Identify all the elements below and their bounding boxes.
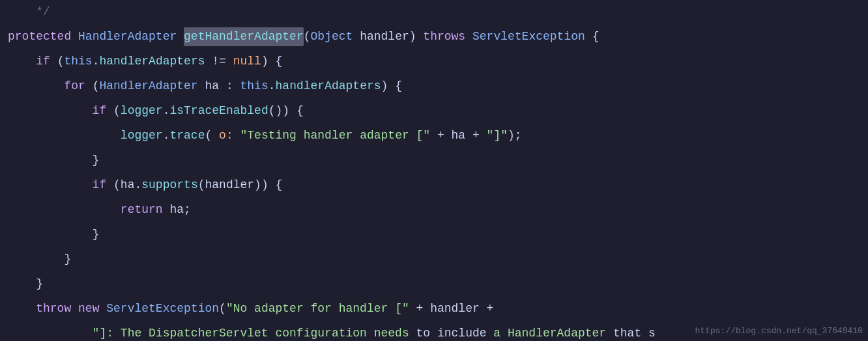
text-include: include — [437, 324, 493, 341]
close-brace-1: } — [8, 151, 99, 170]
string-dispatcher: "]: The DispatcherServlet configuration … — [8, 324, 416, 341]
code-line-5: if (logger.isTraceEnabled()) { — [0, 102, 868, 126]
keyword-this: this — [64, 52, 92, 71]
close-brace-3: } — [8, 250, 71, 269]
code-line-4: for (HandlerAdapter ha : this.handlerAda… — [0, 77, 868, 102]
punct: ) { — [381, 77, 402, 96]
code-line-10: } — [0, 225, 868, 250]
var-logger: logger — [121, 102, 163, 120]
punct: ()) { — [268, 102, 304, 120]
keyword-if-2: if — [8, 102, 113, 120]
punct-space — [233, 126, 240, 145]
punct: ( — [113, 102, 121, 120]
punct: ( — [57, 52, 65, 71]
var-logger-2: logger — [8, 126, 163, 145]
keyword-if: if — [8, 52, 57, 71]
method-trace: trace — [169, 126, 205, 145]
operator-neq: != — [205, 52, 233, 71]
method-istrace: isTraceEnabled — [169, 102, 268, 120]
punct: ( — [304, 27, 311, 46]
arg-label: o: — [219, 126, 233, 145]
text-to: to — [416, 324, 437, 341]
keyword-throws: throws — [423, 27, 472, 46]
type-handleradapter: HandlerAdapter — [78, 27, 184, 46]
keyword-for: for — [8, 77, 93, 96]
code-line-8: if (ha.supports(handler)) { — [0, 176, 868, 200]
code-text: */ — [8, 3, 50, 21]
keyword-null: null — [233, 52, 261, 71]
text-that: that s — [613, 324, 656, 341]
punct-dot: . — [163, 126, 170, 145]
code-line-3: if (this.handlerAdapters != null) { — [0, 52, 868, 77]
punct-dot: . — [134, 176, 141, 195]
code-line-2: protected HandlerAdapter getHandlerAdapt… — [0, 27, 868, 52]
keyword-new: new — [78, 299, 106, 318]
type-servletexception: ServletException — [472, 27, 592, 46]
punct-colon: : — [226, 77, 240, 96]
type-object: Object — [311, 27, 353, 46]
string-testing: "Testing handler adapter [" — [240, 126, 431, 145]
code-line-12: } — [0, 275, 868, 299]
var-ha-return: ha — [169, 200, 184, 219]
punct: ( — [219, 299, 226, 318]
punct: ( — [205, 126, 219, 145]
close-brace-2: } — [8, 225, 99, 244]
method-supports: supports — [141, 176, 197, 195]
keyword-throw: throw — [8, 299, 78, 318]
punct-semi: ); — [508, 126, 522, 145]
punct: ) { — [261, 52, 282, 71]
concat-2: + handler + — [409, 299, 494, 318]
punct: ( — [113, 176, 121, 195]
string-a-handler: a HandlerAdapter — [493, 324, 613, 341]
keyword-return: return — [8, 200, 169, 219]
punct: ( — [93, 77, 100, 96]
var-ha: ha — [198, 77, 226, 96]
keyword-this-2: this — [240, 77, 268, 96]
var-ha-2: ha — [121, 176, 135, 195]
watermark: https://blog.csdn.net/qq_37649410 — [695, 325, 863, 338]
type-servletexception-2: ServletException — [106, 299, 219, 318]
string-no-adapter: "No adapter for handler [" — [226, 299, 409, 318]
code-line-6: logger.trace( o: "Testing handler adapte… — [0, 126, 868, 151]
code-line-9: return ha; — [0, 200, 868, 225]
punct-brace: { — [592, 27, 600, 46]
punct: (handler)) { — [198, 176, 283, 195]
punct-dot: . — [163, 102, 170, 120]
field-handleradapters: handlerAdapters — [99, 52, 205, 71]
field-handleradapters-2: handlerAdapters — [276, 77, 381, 96]
code-container: */ protected HandlerAdapter getHandlerAd… — [0, 0, 868, 341]
string-bracket: "]" — [487, 126, 508, 145]
method-gethandleradapter: getHandlerAdapter — [184, 30, 304, 43]
code-line-1: */ — [0, 3, 868, 27]
punct-dot: . — [268, 77, 276, 96]
punct-semi: ; — [184, 200, 191, 219]
close-brace-4: } — [8, 275, 43, 293]
keyword-if-3: if — [8, 176, 113, 195]
type-handleradapter-for: HandlerAdapter — [99, 77, 197, 96]
code-line-7: } — [0, 151, 868, 176]
code-line-11: } — [0, 250, 868, 275]
punct: . — [93, 52, 100, 71]
code-line-13: throw new ServletException("No adapter f… — [0, 299, 868, 324]
keyword-protected: protected — [8, 27, 78, 46]
concat-1: + ha + — [430, 126, 486, 145]
param-handler: handler — [353, 27, 409, 46]
punct: ) — [409, 27, 424, 46]
